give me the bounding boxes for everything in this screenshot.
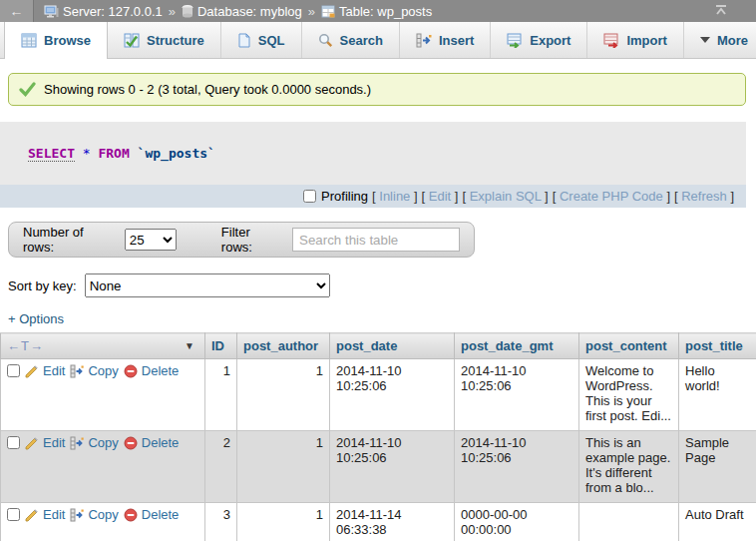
column-header-id[interactable]: ID [205,333,237,359]
filter-rows-input[interactable] [292,228,460,252]
cell-post-content: Welcome to WordPress. This is your first… [579,359,679,431]
tab-search-label: Search [340,33,383,48]
cell-post-author: 1 [237,503,330,541]
cell-post-date-gmt: 2014-11-10 10:25:06 [455,359,579,431]
cell-id: 2 [205,431,237,503]
results-table: ←T→ ▼ ID post_author post_date post_date… [0,332,756,541]
tab-more[interactable]: More [684,22,756,58]
edit-row-link[interactable]: Edit [25,507,65,522]
profiling-label: Profiling [321,189,368,204]
table-row: Edit Copy Delete 1 1 2014-11-10 10:25:06… [1,359,756,431]
link-edit-query: Edit [422,189,459,204]
copy-icon [70,508,84,522]
tab-export-label: Export [530,33,570,48]
pencil-icon [25,508,39,522]
back-button[interactable]: ← [0,0,34,22]
browse-icon [21,33,37,48]
import-icon [603,33,619,48]
copy-icon [70,364,84,378]
pencil-icon [25,436,39,450]
breadcrumb-table-label: Table: wp_posts [339,4,432,19]
tab-insert-label: Insert [439,33,474,48]
tab-import[interactable]: Import [587,22,683,58]
link-create-php-code: Create PHP Code [553,189,670,204]
success-check-icon [19,82,36,97]
column-header-post-author[interactable]: post_author [237,333,330,359]
breadcrumb-table[interactable]: Table: wp_posts [321,4,432,19]
sql-icon [237,33,251,48]
tab-import-label: Import [626,33,666,48]
sort-options-icon[interactable]: ▼ [185,340,194,351]
profiling-toggle[interactable]: Profiling [303,189,368,204]
sort-by-key-label: Sort by key: [8,278,77,293]
sort-by-key-select[interactable]: None [85,273,330,297]
cell-post-author: 1 [237,359,330,431]
tab-search[interactable]: Search [302,22,400,58]
column-header-post-date-gmt[interactable]: post_date_gmt [455,333,579,359]
tab-insert[interactable]: Insert [400,22,491,58]
cell-id: 3 [205,503,237,541]
delete-row-link[interactable]: Delete [124,363,180,378]
tab-export[interactable]: Export [491,22,587,58]
cell-post-content: This is an example page. It's different … [579,431,679,503]
table-row: Edit Copy Delete 2 1 2014-11-10 10:25:06… [1,431,756,503]
collapse-panel-icon[interactable] [714,4,728,19]
tab-bar: Browse Structure SQL Search Insert Expor… [0,22,756,59]
insert-icon [416,33,432,48]
row-checkbox[interactable] [7,508,20,521]
row-checkbox[interactable] [7,364,20,377]
table-row: Edit Copy Delete 3 1 2014-11-14 06:33:38… [1,503,756,541]
tab-structure-label: Structure [147,33,204,48]
delete-row-link[interactable]: Delete [124,507,180,522]
copy-row-link[interactable]: Copy [70,363,118,378]
delete-icon [124,508,138,522]
more-chevron-icon [700,37,710,43]
copy-row-link[interactable]: Copy [70,507,118,522]
back-arrow-icon: ← [10,3,24,19]
breadcrumb-server[interactable]: Server: 127.0.0.1 [44,4,163,19]
tab-more-label: More [717,33,748,48]
cell-post-title: Auto Draft [679,503,756,541]
tab-sql-label: SQL [258,33,285,48]
delete-row-link[interactable]: Delete [124,435,180,450]
cell-post-date-gmt: 2014-11-10 10:25:06 [455,431,579,503]
column-header-post-date[interactable]: post_date [330,333,455,359]
results-header-row: ←T→ ▼ ID post_author post_date post_date… [1,333,756,359]
copy-row-link[interactable]: Copy [70,435,118,450]
profiling-checkbox[interactable] [303,190,316,203]
sort-row: Sort by key: None [8,273,756,297]
link-refresh: Refresh [674,189,734,204]
result-notice-text: Showing rows 0 - 2 (3 total, Query took … [44,82,371,97]
column-header-post-content[interactable]: post_content [579,333,679,359]
database-icon [182,5,193,18]
result-notice: Showing rows 0 - 2 (3 total, Query took … [8,73,746,106]
options-toggle[interactable]: + Options [8,311,64,326]
query-footer-bar: Profiling Inline Edit Explain SQL Create… [0,185,746,208]
copy-icon [70,436,84,450]
tab-browse[interactable]: Browse [4,22,108,59]
row-checkbox[interactable] [7,436,20,449]
transpose-icon[interactable]: ←T→ [7,338,44,353]
structure-icon [124,33,140,48]
tab-sql[interactable]: SQL [221,22,302,58]
tab-structure[interactable]: Structure [108,22,221,58]
edit-row-link[interactable]: Edit [25,435,65,450]
breadcrumb-separator: » [307,4,316,19]
sql-query-text: SELECT * FROM `wp_posts` [0,122,746,185]
sql-keyword-from: FROM [98,146,129,161]
link-inline: Inline [372,189,418,204]
breadcrumb-database-label: Database: myblog [197,4,302,19]
column-header-post-title[interactable]: post_title [679,333,756,359]
breadcrumb-separator: » [168,4,177,19]
tab-browse-label: Browse [44,33,91,48]
server-icon [44,5,59,18]
cell-post-date: 2014-11-10 10:25:06 [330,431,455,503]
number-of-rows-select[interactable]: 25 [125,229,177,251]
edit-row-link[interactable]: Edit [25,363,65,378]
sql-keyword-select[interactable]: SELECT [28,146,75,162]
sql-star: * [83,146,91,161]
cell-post-author: 1 [237,431,330,503]
breadcrumb-database[interactable]: Database: myblog [182,4,302,19]
cell-post-date: 2014-11-10 10:25:06 [330,359,455,431]
link-explain-sql: Explain SQL [462,189,548,204]
